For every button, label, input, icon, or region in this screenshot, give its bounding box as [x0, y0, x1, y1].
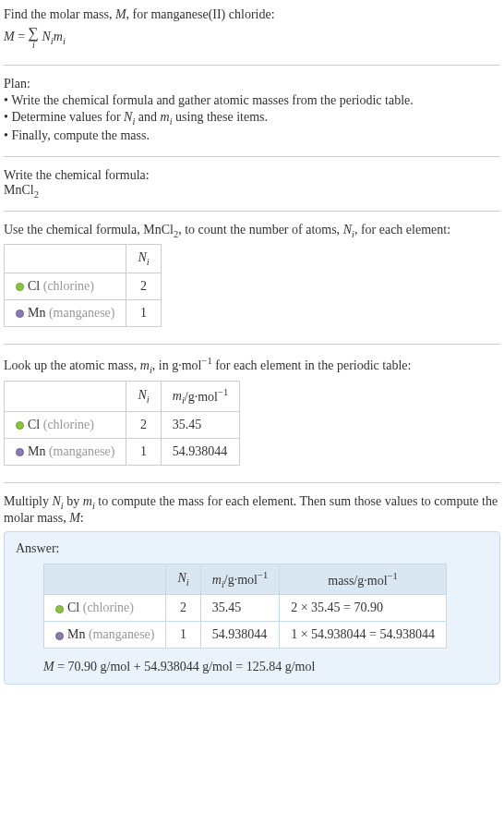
element-name: (manganese): [89, 627, 155, 641]
step2-text-after: , to count the number of atoms,: [178, 223, 342, 237]
table-row: Mn (manganese) 1: [5, 300, 162, 327]
table-header-row: Ni mi/g·mol−1: [5, 381, 240, 411]
mi-value: 35.45: [161, 412, 239, 439]
table-header-row: Ni mi/g·mol−1 mass/g·mol−1: [44, 564, 447, 594]
element-dot-icon: [16, 283, 24, 291]
element-dot-icon: [16, 421, 24, 430]
mass-value: 2 × 35.45 = 70.90: [280, 595, 447, 622]
table-header-ni: Ni: [126, 245, 161, 273]
ni-value: 1: [126, 439, 161, 466]
intro: Find the molar mass, M, for manganese(II…: [4, 4, 500, 57]
atomic-mass-table: Ni mi/g·mol−1 Cl (chlorine) 2 35.45 Mn (…: [4, 381, 240, 466]
table-row: Mn (manganese) 1 54.938044 1 × 54.938044…: [44, 622, 447, 649]
ni-value: 2: [166, 595, 200, 622]
element-symbol: Cl: [28, 279, 40, 293]
element-dot-icon: [55, 632, 64, 640]
element-cell: Mn (manganese): [5, 300, 126, 327]
formula-prefix: MnCl: [4, 183, 34, 197]
table-header-empty: [44, 564, 166, 594]
table-header-empty: [5, 245, 126, 273]
divider: [4, 482, 500, 483]
step3-text: Look up the atomic mass, mi, in g·mol−1 …: [4, 356, 500, 374]
table-header-mi: mi/g·mol−1: [200, 564, 279, 594]
divider: [4, 211, 500, 212]
element-dot-icon: [16, 309, 24, 318]
element-name: (manganese): [49, 444, 115, 458]
step2-var-n: Ni: [343, 223, 354, 237]
table-header-mass: mass/g·mol−1: [280, 564, 447, 594]
step4-text: Multiply Ni by mi to compute the mass fo…: [4, 494, 500, 526]
element-cell: Mn (manganese): [5, 439, 126, 466]
intro-var-m: M: [115, 7, 126, 21]
element-name: (chlorine): [43, 418, 94, 431]
ni-value: 1: [126, 300, 161, 327]
mass-value: 1 × 54.938044 = 54.938044: [280, 622, 447, 649]
plan-item: • Determine values for Ni and mi using t…: [4, 110, 500, 127]
table-row: Mn (manganese) 1 54.938044: [5, 439, 240, 466]
mi-value: 54.938044: [200, 622, 279, 649]
mi-value: 35.45: [200, 595, 279, 622]
step1-title: Write the chemical formula:: [4, 168, 500, 183]
ni-value: 2: [126, 412, 161, 439]
table-header-mi: mi/g·mol−1: [161, 381, 239, 411]
table-header-row: Ni: [5, 245, 162, 273]
element-symbol: Mn: [28, 444, 45, 458]
step2-text-end: , for each element:: [354, 223, 450, 237]
chemical-formula: MnCl2: [4, 183, 500, 200]
step2-section: Use the chemical formula, MnCl2, to coun…: [4, 219, 500, 337]
plan-list: • Write the chemical formula and gather …: [4, 93, 500, 143]
element-symbol: Mn: [67, 627, 85, 641]
answer-table: Ni mi/g·mol−1 mass/g·mol−1 Cl (chlorine)…: [43, 564, 447, 649]
element-dot-icon: [16, 448, 24, 456]
divider: [4, 65, 500, 66]
step1-section: Write the chemical formula: MnCl2: [4, 164, 500, 203]
intro-text-2: , for manganese(II) chloride:: [126, 7, 275, 21]
intro-text-1: Find the molar mass,: [4, 7, 115, 21]
element-name: (manganese): [49, 306, 115, 320]
table-row: Cl (chlorine) 2: [5, 273, 162, 300]
ni-value: 1: [166, 622, 200, 649]
plan-section: Plan: • Write the chemical formula and g…: [4, 73, 500, 149]
plan-item: • Write the chemical formula and gather …: [4, 93, 500, 108]
element-dot-icon: [55, 605, 64, 613]
element-cell: Cl (chlorine): [5, 273, 126, 300]
answer-equation: M = 70.90 g/mol + 54.938044 g/mol = 125.…: [43, 660, 488, 674]
step2-text: Use the chemical formula, MnCl2, to coun…: [4, 223, 500, 239]
element-symbol: Cl: [67, 601, 79, 614]
element-name: (chlorine): [43, 279, 94, 293]
element-symbol: Mn: [28, 306, 45, 320]
plan-title: Plan:: [4, 77, 500, 91]
step3-section: Look up the atomic mass, mi, in g·mol−1 …: [4, 352, 500, 475]
table-header-ni: Ni: [166, 564, 200, 594]
element-cell: Cl (chlorine): [44, 595, 166, 622]
element-cell: Cl (chlorine): [5, 412, 126, 439]
atoms-count-table: Ni Cl (chlorine) 2 Mn (manganese) 1: [4, 244, 162, 327]
element-symbol: Cl: [28, 418, 40, 431]
table-header-empty: [5, 381, 126, 411]
table-header-ni: Ni: [126, 381, 161, 411]
divider: [4, 156, 500, 157]
step4-section: Multiply Ni by mi to compute the mass fo…: [4, 491, 500, 688]
element-cell: Mn (manganese): [44, 622, 166, 649]
element-name: (chlorine): [83, 601, 134, 614]
formula-subscript: 2: [34, 189, 39, 200]
molar-mass-formula: M = ∑i Nimi: [4, 26, 500, 50]
answer-title: Answer:: [16, 541, 488, 556]
divider: [4, 344, 500, 345]
plan-item: • Finally, compute the mass.: [4, 128, 500, 143]
table-row: Cl (chlorine) 2 35.45: [5, 412, 240, 439]
mi-value: 54.938044: [161, 439, 239, 466]
answer-box: Answer: Ni mi/g·mol−1 mass/g·mol−1 Cl (c…: [4, 531, 500, 685]
ni-value: 2: [126, 273, 161, 300]
table-row: Cl (chlorine) 2 35.45 2 × 35.45 = 70.90: [44, 595, 447, 622]
step2-text-before: Use the chemical formula, MnCl: [4, 223, 174, 237]
